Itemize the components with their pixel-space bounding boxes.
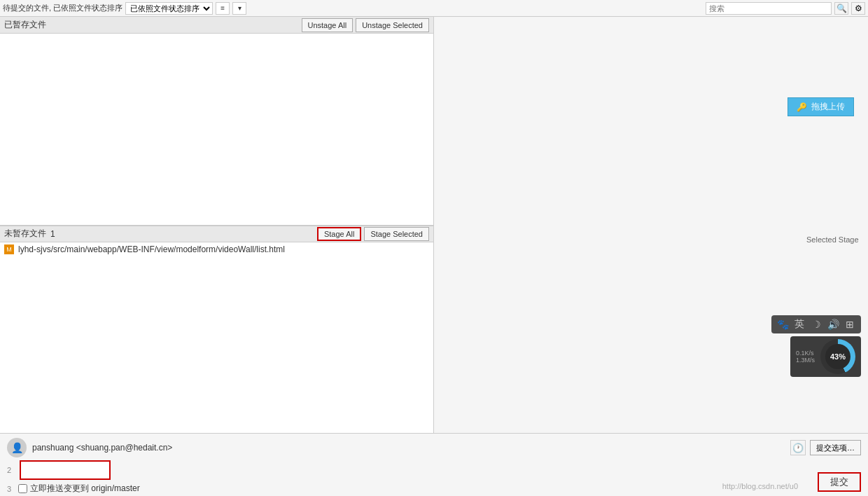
commit-button[interactable]: 提交 xyxy=(818,472,861,492)
staged-title: 已暂存文件 xyxy=(4,19,46,31)
watermark: http://blog.csdn.net/u0 xyxy=(722,482,798,490)
view-dropdown-btn[interactable]: ▾ xyxy=(232,2,246,15)
right-panel: 🔑 拖拽上传 Selected Stage 🐾 英 ☽ 🔊 ⊞ 0.1K/s 1… xyxy=(434,17,868,433)
left-panel: 已暂存文件 Unstage All Unstage Selected 未暂存文件… xyxy=(0,17,434,433)
commit-message-row: 2 xyxy=(7,460,861,480)
tray-lang-icon[interactable]: 英 xyxy=(792,317,806,331)
author-info: 👤 panshuang <shuang.pan@hedait.cn> xyxy=(7,438,172,457)
tray-apps-icon[interactable]: ⊞ xyxy=(843,317,857,331)
commit-area: 👤 panshuang <shuang.pan@hedait.cn> 🕐 提交选… xyxy=(0,433,868,496)
unstage-all-button[interactable]: Unstage All xyxy=(302,18,354,32)
commit-author-row: 👤 panshuang <shuang.pan@hedait.cn> 🕐 提交选… xyxy=(7,438,861,457)
gear-icon: ⚙ xyxy=(855,4,862,13)
network-speed-display: 0.1K/s 1.3M/s xyxy=(796,350,815,364)
history-button[interactable]: 🕐 xyxy=(790,440,806,455)
push-upload-label: 拖拽上传 xyxy=(811,101,845,113)
search-icon: 🔍 xyxy=(836,4,847,13)
toolbar-right: 🔍 ⚙ xyxy=(706,2,865,15)
download-speed: 1.3M/s xyxy=(796,357,815,364)
commit-row1-right: 🕐 提交选项… xyxy=(790,440,861,455)
list-item[interactable]: M lyhd-sjvs/src/main/webapp/WEB-INF/view… xyxy=(0,242,433,256)
push-label: 立即推送变更到 origin/master xyxy=(30,483,140,495)
tray-speaker-icon[interactable]: 🔊 xyxy=(826,317,840,331)
unstaged-title-area: 未暂存文件 1 xyxy=(4,228,55,240)
key-icon: 🔑 xyxy=(797,102,807,112)
cpu-percent: 43% xyxy=(825,344,850,369)
top-toolbar: 待提交的文件, 已依照文件状态排序 已依照文件状态排序 ≡ ▾ 🔍 ⚙ xyxy=(0,0,868,17)
view-list-icon: ≡ xyxy=(220,4,225,12)
stage-all-button[interactable]: Stage All xyxy=(317,227,361,241)
file-path: lyhd-sjvs/src/main/webapp/WEB-INF/view/m… xyxy=(18,244,285,254)
file-modified-icon: M xyxy=(4,244,14,254)
sort-select[interactable]: 已依照文件状态排序 xyxy=(125,2,213,15)
cpu-circle: 43% xyxy=(820,339,855,374)
tray-network-widget: 0.1K/s 1.3M/s 43% xyxy=(790,336,861,377)
push-to-origin-checkbox[interactable] xyxy=(18,484,27,493)
clock-icon: 🕐 xyxy=(792,443,804,453)
unstaged-header: 未暂存文件 1 Stage All Stage Selected xyxy=(0,226,433,242)
system-tray: 🐾 英 ☽ 🔊 ⊞ 0.1K/s 1.3M/s 43% xyxy=(771,315,861,377)
unstaged-count: 1 xyxy=(50,229,55,239)
tray-icons-bar: 🐾 英 ☽ 🔊 ⊞ xyxy=(771,315,861,333)
upload-speed: 0.1K/s xyxy=(796,350,815,357)
unstaged-files-list: M lyhd-sjvs/src/main/webapp/WEB-INF/view… xyxy=(0,242,433,434)
unstaged-actions: Stage All Stage Selected xyxy=(317,227,429,241)
search-input[interactable] xyxy=(706,2,832,15)
unstaged-title: 未暂存文件 xyxy=(4,228,46,240)
settings-button[interactable]: ⚙ xyxy=(851,2,865,15)
selected-stage-label: Selected Stage xyxy=(806,235,859,244)
unstage-selected-button[interactable]: Unstage Selected xyxy=(356,18,429,32)
push-upload-button[interactable]: 🔑 拖拽上传 xyxy=(788,97,854,116)
view-toggle-btn[interactable]: ≡ xyxy=(216,2,230,15)
staged-actions: Unstage All Unstage Selected xyxy=(302,18,430,32)
main-content: 已暂存文件 Unstage All Unstage Selected 未暂存文件… xyxy=(0,17,868,433)
staged-section: 已暂存文件 Unstage All Unstage Selected xyxy=(0,17,433,226)
commit-message-input[interactable] xyxy=(20,460,111,480)
avatar: 👤 xyxy=(7,438,27,457)
search-button[interactable]: 🔍 xyxy=(834,2,848,15)
staged-files-list xyxy=(0,34,433,225)
toolbar-left: 待提交的文件, 已依照文件状态排序 已依照文件状态排序 ≡ ▾ xyxy=(3,2,246,15)
sort-label: 待提交的文件, 已依照文件状态排序 xyxy=(3,3,122,13)
stage-selected-button[interactable]: Stage Selected xyxy=(364,227,429,241)
chevron-down-icon: ▾ xyxy=(238,4,241,12)
row-number-2: 2 xyxy=(7,466,15,474)
tray-paw-icon[interactable]: 🐾 xyxy=(776,317,790,331)
row-number-3: 3 xyxy=(7,485,15,493)
unstaged-section: 未暂存文件 1 Stage All Stage Selected M lyhd-… xyxy=(0,226,433,434)
author-name: panshuang <shuang.pan@hedait.cn> xyxy=(32,443,172,453)
tray-moon-icon[interactable]: ☽ xyxy=(809,317,823,331)
commit-options-button[interactable]: 提交选项… xyxy=(810,440,861,455)
push-checkbox-area: 3 立即推送变更到 origin/master xyxy=(7,483,140,495)
staged-header: 已暂存文件 Unstage All Unstage Selected xyxy=(0,17,433,34)
